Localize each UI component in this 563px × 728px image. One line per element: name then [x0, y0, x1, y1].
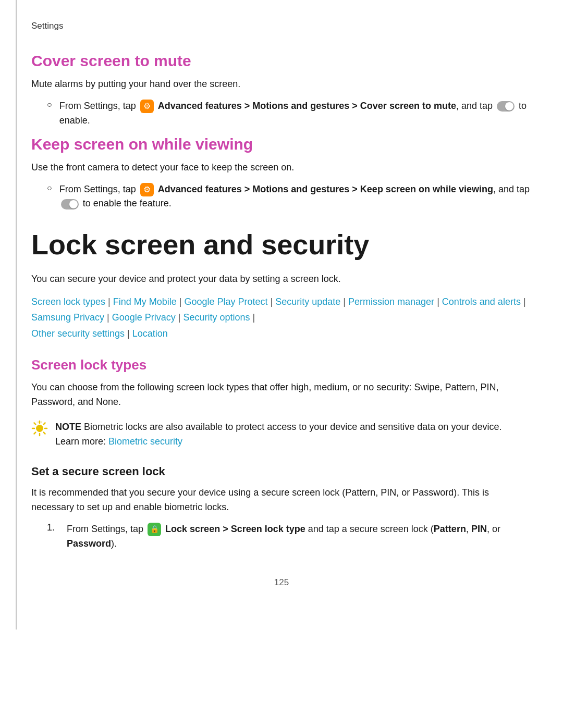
screen-lock-types-body: You can choose from the following screen…	[31, 380, 532, 410]
note-sun-icon	[31, 420, 48, 437]
svg-point-8	[36, 425, 43, 432]
numbered-item-1: 1. From Settings, tap Lock screen > Scre…	[47, 522, 532, 551]
cover-screen-body: Mute alarms by putting your hand over th…	[31, 77, 532, 92]
note-label: NOTE	[55, 422, 81, 432]
keep-screen-body: Use the front camera to detect your face…	[31, 161, 532, 175]
svg-line-6	[44, 423, 45, 425]
set-secure-lock-body: It is recommended that you secure your d…	[31, 486, 532, 515]
svg-line-7	[34, 433, 36, 434]
link-samsung-privacy[interactable]: Samsung Privacy	[31, 312, 104, 323]
keep-screen-heading: Keep screen on while viewing	[31, 135, 532, 153]
link-location[interactable]: Location	[132, 328, 168, 339]
svg-line-4	[34, 423, 36, 425]
link-google-play-protect[interactable]: Google Play Protect	[185, 297, 268, 307]
toggle-icon-2[interactable]	[61, 199, 79, 209]
bullet-circle-1: ○	[47, 100, 52, 109]
lock-icon	[148, 523, 161, 536]
num-label-1: 1.	[47, 522, 62, 533]
link-controls-alerts[interactable]: Controls and alerts	[442, 297, 521, 307]
svg-line-5	[44, 433, 45, 434]
link-find-my-mobile[interactable]: Find My Mobile	[113, 297, 177, 307]
main-section-heading: Lock screen and security	[31, 229, 532, 260]
main-section-body: You can secure your device and protect y…	[31, 272, 532, 287]
page-footer: 125	[31, 577, 532, 588]
gear-icon-1	[140, 100, 154, 113]
link-permission-manager[interactable]: Permission manager	[348, 297, 434, 307]
set-secure-lock-heading: Set a secure screen lock	[31, 465, 532, 478]
screen-lock-types-heading: Screen lock types	[31, 357, 532, 373]
toggle-icon-1[interactable]	[497, 101, 515, 112]
keep-screen-bullet: ○ From Settings, tap Advanced features >…	[47, 182, 532, 212]
link-biometric-security[interactable]: Biometric security	[108, 436, 182, 447]
cover-screen-bullet: ○ From Settings, tap Advanced features >…	[47, 99, 532, 128]
cover-screen-bullet-text: From Settings, tap Advanced features > M…	[59, 99, 532, 128]
links-section: Screen lock types | Find My Mobile | Goo…	[31, 294, 532, 342]
cover-screen-heading: Cover screen to mute	[31, 52, 532, 70]
keep-screen-bullet-text: From Settings, tap Advanced features > M…	[59, 182, 532, 212]
note-content: NOTE Biometric locks are also available …	[55, 420, 501, 449]
link-screen-lock-types[interactable]: Screen lock types	[31, 297, 105, 307]
link-other-security-settings[interactable]: Other security settings	[31, 328, 125, 339]
note-box: NOTE Biometric locks are also available …	[31, 420, 532, 449]
num-text-1: From Settings, tap Lock screen > Screen …	[67, 522, 532, 551]
gear-icon-2	[140, 183, 154, 196]
bullet-circle-2: ○	[47, 183, 52, 193]
link-security-update[interactable]: Security update	[275, 297, 340, 307]
left-border	[16, 0, 17, 630]
settings-label: Settings	[31, 21, 532, 31]
link-security-options[interactable]: Security options	[183, 312, 250, 323]
numbered-list: 1. From Settings, tap Lock screen > Scre…	[47, 522, 532, 551]
link-google-privacy[interactable]: Google Privacy	[112, 312, 176, 323]
page-number: 125	[274, 577, 289, 587]
